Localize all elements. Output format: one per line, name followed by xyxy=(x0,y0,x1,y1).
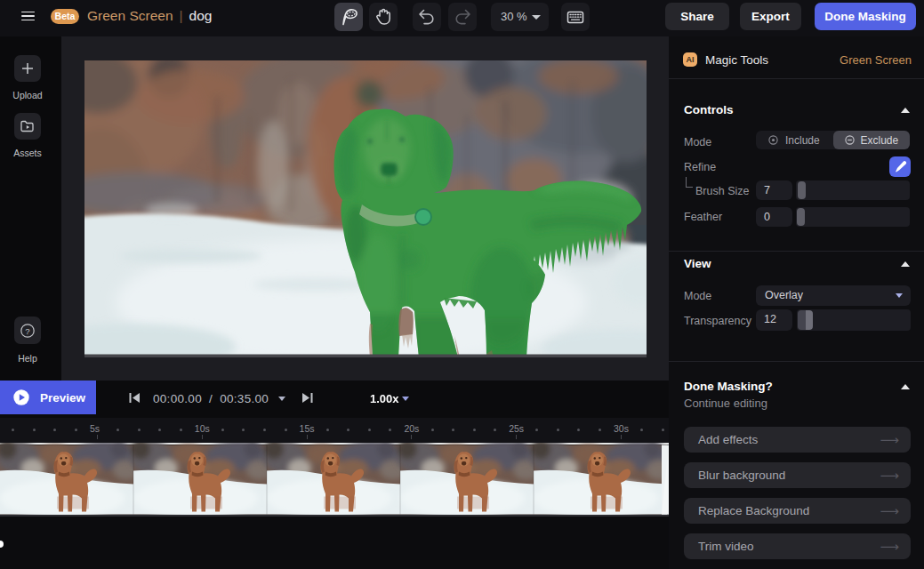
svg-text:?: ? xyxy=(25,325,29,335)
